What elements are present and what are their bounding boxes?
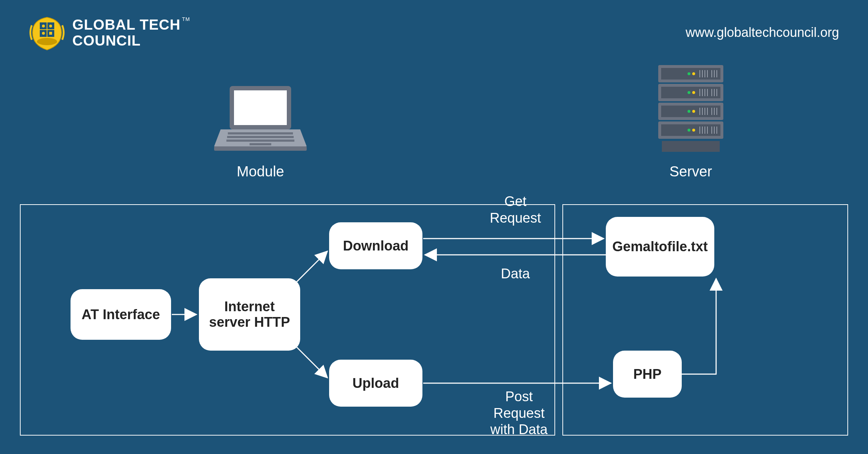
svg-point-7 — [37, 38, 57, 45]
laptop-group: Module — [213, 83, 307, 180]
svg-point-29 — [692, 110, 695, 113]
svg-rect-6 — [49, 32, 52, 35]
edge-get-request: Get Request — [483, 193, 548, 226]
diagram-container: AT Interface Internet server HTTP Downlo… — [20, 204, 848, 436]
brand-line1: GLOBAL TECH — [72, 17, 180, 33]
svg-point-30 — [688, 129, 690, 132]
svg-point-27 — [692, 91, 695, 94]
svg-point-26 — [688, 91, 690, 94]
svg-rect-13 — [226, 140, 294, 142]
svg-rect-9 — [234, 90, 287, 125]
server-label: Server — [655, 163, 727, 180]
shield-logo-icon — [29, 14, 65, 51]
server-rack-icon — [655, 61, 727, 155]
brand-text: GLOBAL TECHTM COUNCIL — [72, 17, 190, 48]
svg-rect-12 — [227, 136, 294, 138]
svg-point-5 — [42, 32, 45, 35]
svg-point-3 — [42, 25, 45, 27]
laptop-icon — [213, 83, 307, 155]
trademark: TM — [182, 16, 190, 22]
svg-point-28 — [688, 110, 690, 113]
server-group: Server — [655, 61, 727, 180]
website-url: www.globaltechcouncil.org — [686, 25, 839, 40]
svg-rect-11 — [228, 132, 293, 134]
brand-line2: COUNCIL — [72, 33, 190, 48]
svg-point-25 — [692, 72, 695, 75]
node-internet-server-http: Internet server HTTP — [199, 278, 300, 351]
svg-point-24 — [688, 72, 690, 75]
node-download: Download — [329, 222, 422, 269]
svg-point-31 — [692, 129, 695, 132]
header: GLOBAL TECHTM COUNCIL www.globaltechcoun… — [29, 14, 839, 51]
node-at-interface: AT Interface — [71, 289, 171, 340]
node-upload: Upload — [329, 360, 422, 407]
svg-rect-15 — [662, 141, 720, 152]
svg-rect-10 — [214, 146, 307, 151]
edge-post-request: Post Request with Data — [483, 389, 555, 438]
logo-group: GLOBAL TECHTM COUNCIL — [29, 14, 190, 51]
node-gemaltofile: Gemaltofile.txt — [606, 217, 714, 277]
node-php: PHP — [613, 351, 682, 398]
edge-data: Data — [483, 266, 548, 282]
svg-rect-14 — [250, 143, 271, 145]
module-label: Module — [213, 163, 307, 180]
svg-point-4 — [49, 25, 52, 27]
